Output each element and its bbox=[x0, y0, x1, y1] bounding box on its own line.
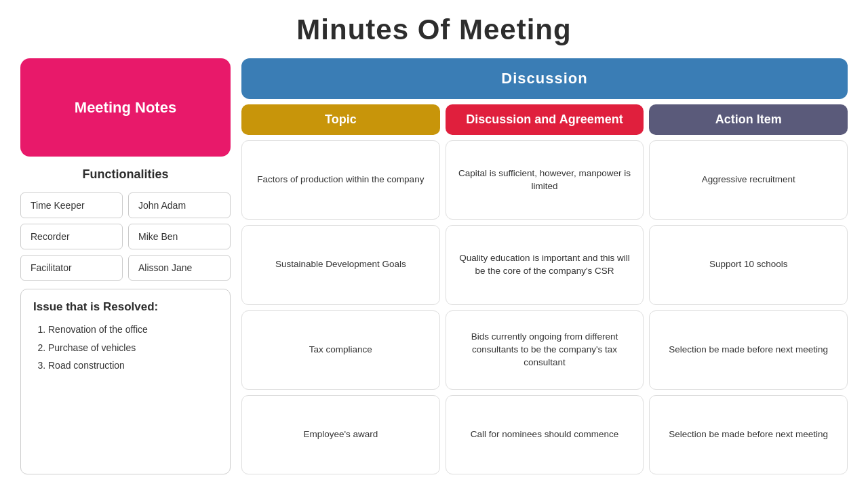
col-action-label: Action Item bbox=[715, 113, 782, 127]
data-row-3: Employee's award Call for nominees shoul… bbox=[241, 395, 848, 474]
func-row-1: Time Keeper John Adam bbox=[20, 192, 231, 218]
data-row-2: Tax compliance Bids currently ongoing fr… bbox=[241, 310, 848, 390]
topic-3: Employee's award bbox=[241, 395, 440, 474]
left-panel: Meeting Notes Functionalities Time Keepe… bbox=[20, 58, 231, 474]
discussion-label: Discussion bbox=[501, 70, 587, 87]
topic-0: Factors of production within the company bbox=[241, 140, 440, 220]
role-label-0: Time Keeper bbox=[20, 192, 123, 218]
func-row-2: Recorder Mike Ben bbox=[20, 224, 231, 249]
role-person-2: Alisson Jane bbox=[128, 255, 231, 281]
issues-list: Renovation of the office Purchase of veh… bbox=[33, 321, 218, 375]
role-label-1: Recorder bbox=[20, 224, 123, 249]
func-row-3: Facilitator Alisson Jane bbox=[20, 255, 231, 281]
page-title: Minutes Of Meeting bbox=[20, 14, 848, 46]
meeting-notes-label: Meeting Notes bbox=[75, 99, 176, 117]
main-content: Meeting Notes Functionalities Time Keepe… bbox=[20, 58, 848, 474]
col-header-topic: Topic bbox=[241, 104, 440, 135]
discussion-0: Capital is sufficient, however, manpower… bbox=[446, 140, 644, 220]
issue-item-0: Renovation of the office bbox=[48, 321, 218, 339]
functionalities-title: Functionalities bbox=[20, 167, 231, 182]
action-0: Aggressive recruitment bbox=[649, 140, 848, 220]
col-header-action: Action Item bbox=[649, 104, 848, 135]
role-person-1: Mike Ben bbox=[128, 224, 231, 249]
topic-1: Sustainable Development Goals bbox=[241, 225, 440, 304]
col-headers: Topic Discussion and Agreement Action It… bbox=[241, 104, 848, 135]
discussion-2: Bids currently ongoing from different co… bbox=[446, 310, 644, 390]
role-person-0: John Adam bbox=[128, 192, 231, 218]
col-topic-label: Topic bbox=[325, 113, 357, 127]
page: Minutes Of Meeting Meeting Notes Functio… bbox=[0, 0, 868, 488]
action-3: Selection be made before next meeting bbox=[649, 395, 848, 474]
data-row-1: Sustainable Development Goals Quality ed… bbox=[241, 225, 848, 304]
role-label-2: Facilitator bbox=[20, 255, 123, 281]
discussion-1: Quality education is important and this … bbox=[446, 225, 644, 304]
action-2: Selection be made before next meeting bbox=[649, 310, 848, 390]
data-rows: Factors of production within the company… bbox=[241, 140, 848, 474]
discussion-header: Discussion bbox=[241, 58, 848, 99]
col-discussion-label: Discussion and Agreement bbox=[466, 113, 623, 127]
col-header-discussion: Discussion and Agreement bbox=[446, 104, 644, 135]
issues-box: Issue that is Resolved: Renovation of th… bbox=[20, 289, 231, 474]
right-panel: Discussion Topic Discussion and Agreemen… bbox=[241, 58, 848, 474]
issue-item-2: Road construction bbox=[48, 357, 218, 375]
data-row-0: Factors of production within the company… bbox=[241, 140, 848, 220]
func-table: Time Keeper John Adam Recorder Mike Ben … bbox=[20, 192, 231, 281]
issues-title: Issue that is Resolved: bbox=[33, 300, 218, 314]
meeting-notes-box: Meeting Notes bbox=[20, 58, 231, 157]
action-1: Support 10 schools bbox=[649, 225, 848, 304]
topic-2: Tax compliance bbox=[241, 310, 440, 390]
issue-item-1: Purchase of vehicles bbox=[48, 339, 218, 357]
discussion-3: Call for nominees should commence bbox=[446, 395, 644, 474]
